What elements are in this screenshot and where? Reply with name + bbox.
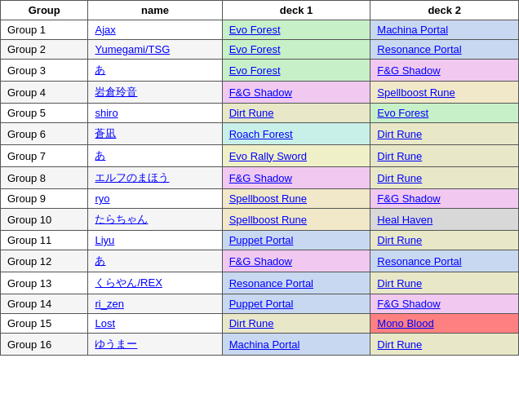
deck2-link[interactable]: F&G Shadow bbox=[377, 64, 440, 77]
deck1-cell[interactable]: Evo Forest bbox=[222, 20, 370, 40]
deck2-cell[interactable]: Dirt Rune bbox=[370, 145, 519, 167]
deck1-cell[interactable]: Roach Forest bbox=[222, 123, 370, 145]
group-cell: Group 11 bbox=[1, 231, 88, 250]
deck2-cell[interactable]: Mono Blood bbox=[370, 314, 519, 334]
name-cell[interactable]: shiro bbox=[88, 104, 222, 123]
name-cell[interactable]: Yumegami/TSG bbox=[88, 40, 222, 60]
table-row: Group 11LiyuPuppet PortalDirt Rune bbox=[1, 231, 519, 250]
player-link[interactable]: エルフのまほう bbox=[95, 171, 169, 183]
deck2-link[interactable]: F&G Shadow bbox=[377, 192, 440, 205]
deck1-link[interactable]: Evo Rally Sword bbox=[229, 150, 307, 162]
deck2-link[interactable]: Resonance Portal bbox=[377, 43, 461, 55]
deck1-link[interactable]: Roach Forest bbox=[229, 128, 293, 140]
deck1-link[interactable]: Puppet Portal bbox=[229, 298, 294, 310]
deck1-link[interactable]: Spellboost Rune bbox=[229, 214, 307, 226]
deck2-link[interactable]: F&G Shadow bbox=[377, 298, 440, 310]
deck1-cell[interactable]: F&G Shadow bbox=[222, 82, 370, 104]
player-link[interactable]: くらやん/REX bbox=[95, 276, 162, 289]
deck1-cell[interactable]: Evo Forest bbox=[222, 40, 370, 60]
name-cell[interactable]: エルフのまほう bbox=[88, 167, 222, 189]
deck2-cell[interactable]: Dirt Rune bbox=[370, 123, 519, 145]
deck1-cell[interactable]: Machina Portal bbox=[222, 334, 370, 356]
deck1-cell[interactable]: Dirt Rune bbox=[222, 104, 370, 123]
player-link[interactable]: Yumegami/TSG bbox=[95, 43, 170, 55]
name-cell[interactable]: あ bbox=[88, 250, 222, 272]
deck2-link[interactable]: Dirt Rune bbox=[377, 172, 422, 184]
deck2-link[interactable]: Heal Haven bbox=[377, 214, 432, 226]
player-link[interactable]: 岩倉玲音 bbox=[95, 86, 137, 98]
player-link[interactable]: Ajax bbox=[95, 24, 115, 36]
deck1-link[interactable]: Resonance Portal bbox=[229, 277, 313, 290]
player-link[interactable]: ri_zen bbox=[95, 298, 123, 310]
deck1-cell[interactable]: Dirt Rune bbox=[222, 314, 370, 334]
deck1-cell[interactable]: Spellboost Rune bbox=[222, 189, 370, 209]
deck1-cell[interactable]: Puppet Portal bbox=[222, 294, 370, 314]
group-cell: Group 5 bbox=[1, 104, 88, 123]
table-row: Group 6蒼凪Roach ForestDirt Rune bbox=[1, 123, 519, 145]
deck2-link[interactable]: Resonance Portal bbox=[377, 255, 461, 267]
deck2-cell[interactable]: F&G Shadow bbox=[370, 189, 519, 209]
player-link[interactable]: あ bbox=[95, 64, 105, 76]
deck2-cell[interactable]: Dirt Rune bbox=[370, 334, 519, 356]
deck2-cell[interactable]: Dirt Rune bbox=[370, 272, 519, 294]
name-cell[interactable]: 岩倉玲音 bbox=[88, 82, 222, 104]
deck1-cell[interactable]: Puppet Portal bbox=[222, 231, 370, 250]
deck1-cell[interactable]: Spellboost Rune bbox=[222, 209, 370, 231]
deck2-link[interactable]: Machina Portal bbox=[377, 24, 448, 36]
deck1-cell[interactable]: F&G Shadow bbox=[222, 250, 370, 272]
deck1-link[interactable]: F&G Shadow bbox=[229, 255, 292, 267]
deck1-link[interactable]: Dirt Rune bbox=[229, 317, 274, 329]
deck1-link[interactable]: Evo Forest bbox=[229, 43, 281, 55]
deck2-cell[interactable]: Dirt Rune bbox=[370, 167, 519, 189]
player-link[interactable]: たらちゃん bbox=[95, 213, 148, 225]
player-link[interactable]: shiro bbox=[95, 107, 118, 119]
deck1-link[interactable]: Machina Portal bbox=[229, 338, 300, 351]
deck2-link[interactable]: Mono Blood bbox=[377, 317, 433, 329]
deck2-cell[interactable]: Heal Haven bbox=[370, 209, 519, 231]
name-cell[interactable]: あ bbox=[88, 145, 222, 167]
player-link[interactable]: あ bbox=[95, 149, 105, 161]
name-cell[interactable]: ryo bbox=[88, 189, 222, 209]
player-link[interactable]: ryo bbox=[95, 192, 109, 205]
deck1-link[interactable]: Spellboost Rune bbox=[229, 192, 307, 205]
player-link[interactable]: Liyu bbox=[95, 234, 114, 246]
player-link[interactable]: ゆうまー bbox=[95, 338, 137, 350]
deck2-link[interactable]: Dirt Rune bbox=[377, 234, 422, 246]
name-cell[interactable]: Liyu bbox=[88, 231, 222, 250]
deck1-cell[interactable]: Evo Forest bbox=[222, 60, 370, 82]
name-cell[interactable]: あ bbox=[88, 60, 222, 82]
deck2-link[interactable]: Spellboost Rune bbox=[377, 86, 455, 99]
deck2-link[interactable]: Dirt Rune bbox=[377, 338, 422, 351]
deck1-link[interactable]: Dirt Rune bbox=[229, 107, 274, 119]
deck2-link[interactable]: Dirt Rune bbox=[377, 128, 422, 140]
deck1-cell[interactable]: Resonance Portal bbox=[222, 272, 370, 294]
deck2-cell[interactable]: Evo Forest bbox=[370, 104, 519, 123]
deck1-cell[interactable]: Evo Rally Sword bbox=[222, 145, 370, 167]
name-cell[interactable]: Lost bbox=[88, 314, 222, 334]
deck2-cell[interactable]: F&G Shadow bbox=[370, 294, 519, 314]
name-cell[interactable]: くらやん/REX bbox=[88, 272, 222, 294]
deck2-cell[interactable]: Resonance Portal bbox=[370, 40, 519, 60]
name-cell[interactable]: ri_zen bbox=[88, 294, 222, 314]
player-link[interactable]: 蒼凪 bbox=[95, 127, 116, 139]
deck2-cell[interactable]: Machina Portal bbox=[370, 20, 519, 40]
deck2-link[interactable]: Dirt Rune bbox=[377, 277, 422, 290]
deck1-link[interactable]: Evo Forest bbox=[229, 64, 281, 77]
deck2-link[interactable]: Evo Forest bbox=[377, 107, 428, 119]
player-link[interactable]: Lost bbox=[95, 317, 115, 329]
name-cell[interactable]: ゆうまー bbox=[88, 334, 222, 356]
deck1-link[interactable]: Evo Forest bbox=[229, 24, 281, 36]
player-link[interactable]: あ bbox=[95, 254, 105, 267]
deck2-cell[interactable]: Resonance Portal bbox=[370, 250, 519, 272]
deck2-cell[interactable]: F&G Shadow bbox=[370, 60, 519, 82]
name-cell[interactable]: たらちゃん bbox=[88, 209, 222, 231]
deck2-cell[interactable]: Dirt Rune bbox=[370, 231, 519, 250]
deck2-link[interactable]: Dirt Rune bbox=[377, 150, 422, 162]
name-cell[interactable]: Ajax bbox=[88, 20, 222, 40]
name-cell[interactable]: 蒼凪 bbox=[88, 123, 222, 145]
deck1-cell[interactable]: F&G Shadow bbox=[222, 167, 370, 189]
deck1-link[interactable]: F&G Shadow bbox=[229, 172, 292, 184]
deck1-link[interactable]: Puppet Portal bbox=[229, 234, 294, 246]
deck2-cell[interactable]: Spellboost Rune bbox=[370, 82, 519, 104]
deck1-link[interactable]: F&G Shadow bbox=[229, 86, 292, 99]
